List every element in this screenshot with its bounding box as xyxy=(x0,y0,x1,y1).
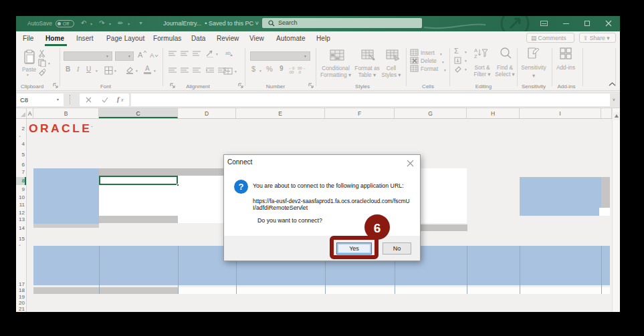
svg-text:A: A xyxy=(474,47,477,53)
svg-text:ab: ab xyxy=(225,51,231,55)
svg-text:Z: Z xyxy=(474,53,477,59)
svg-text:.0: .0 xyxy=(298,70,302,74)
svg-text:.00: .00 xyxy=(288,70,294,74)
